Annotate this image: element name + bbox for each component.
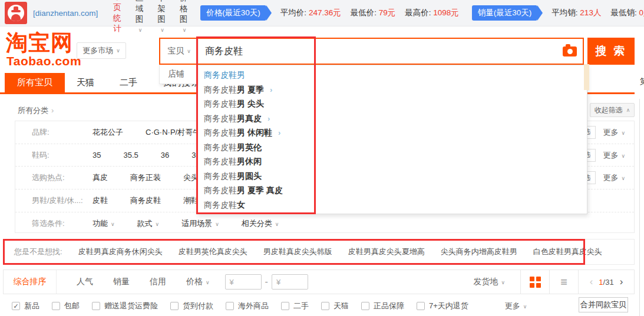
filter-dropdown[interactable]: 适用场景∨ (181, 218, 219, 229)
search-input[interactable] (199, 39, 557, 64)
range-dash: - (265, 277, 268, 287)
next-page-button[interactable]: › (620, 276, 623, 288)
checkbox-return-insurance[interactable]: 赠送退货运费险 (92, 301, 158, 311)
chevron-down-icon: ∨ (523, 304, 527, 310)
suggestion-item[interactable]: 商务皮鞋男圆头 (197, 169, 587, 184)
more-link[interactable]: 更多∨ (603, 127, 625, 138)
tab-tmall[interactable]: 天猫 (77, 73, 94, 92)
checkbox-7day-return[interactable]: 7+天内退货 (417, 301, 468, 311)
stats-toolbar: [dianzhentan.com] 本页统计 区域图∨ 下架图∨ 价格图∨ 价格… (0, 0, 644, 26)
checkbox-tmall[interactable]: 天猫 (321, 301, 349, 311)
filter-dropdown[interactable]: 款式∨ (137, 218, 160, 229)
suggestion-item[interactable]: 商务皮鞋男英伦 (197, 140, 587, 155)
ship-from-dropdown[interactable]: 发货地∨ (473, 277, 505, 287)
related-search-link[interactable]: 皮鞋男真皮商务休闲尖头 (78, 247, 163, 257)
filter-value[interactable]: 花花公子 (93, 127, 123, 138)
hotword-strip-fragment (584, 64, 589, 90)
region-chart-menu[interactable]: 区域图∨ (136, 0, 144, 34)
related-search-link[interactable]: 皮鞋男英伦真皮尖头 (179, 247, 247, 257)
checkbox-cod[interactable]: 货到付款 (170, 301, 213, 311)
grid-view-button[interactable] (520, 270, 549, 294)
filter-label: 鞋码: (15, 150, 93, 161)
related-search-link[interactable]: 男皮鞋真皮尖头韩版 (263, 247, 332, 257)
sort-comprehensive[interactable]: 综合排序 (4, 270, 57, 294)
tab-all-items[interactable]: 所有宝贝 (5, 73, 65, 92)
filter-dropdown[interactable]: 相关分类∨ (242, 218, 279, 229)
filter-value[interactable]: 真皮 (93, 172, 108, 183)
more-markets-dropdown[interactable]: 更多市场∨ (77, 42, 126, 59)
dianzhentan-logo-icon[interactable] (5, 2, 27, 24)
collapse-filters-button[interactable]: 收起筛选∧ (590, 103, 635, 117)
sort-sales[interactable]: 销量 (113, 277, 130, 287)
filter-value[interactable]: 皮鞋 (93, 195, 108, 206)
site-link[interactable]: [dianzhentan.com] (33, 9, 98, 18)
search-type-option-shop[interactable]: 店铺 (159, 65, 197, 84)
taobao-search-page: [dianzhentan.com] 本页统计 区域图∨ 下架图∨ 价格图∨ 价格… (0, 0, 644, 316)
filter-label: 品牌: (15, 127, 93, 138)
delist-chart-menu[interactable]: 下架图∨ (157, 0, 166, 34)
price-chart-menu[interactable]: 价格图∨ (180, 0, 188, 34)
suggestion-item[interactable]: 商务皮鞋男 (197, 68, 587, 82)
filter-value[interactable]: 商务皮鞋 (130, 195, 161, 206)
chevron-down-icon: ∨ (275, 221, 279, 227)
more-services-link[interactable]: 更多∨ (505, 301, 527, 311)
related-search-link[interactable]: 尖头商务内增高皮鞋男 (441, 247, 517, 257)
search-type-selector[interactable]: 宝贝∨ (160, 39, 199, 64)
price-min-input[interactable]: ¥ (225, 274, 262, 290)
checkbox-icon (361, 302, 369, 310)
checkbox-overseas[interactable]: 海外商品 (226, 301, 269, 311)
more-link[interactable]: 更多∨ (603, 150, 625, 161)
taobao-logo-cn[interactable]: 淘宝网 (6, 28, 73, 58)
checkbox-new-item[interactable]: ✓新品 (12, 301, 39, 311)
sort-price[interactable]: 价格∨ (186, 277, 210, 287)
list-icon: ≡ (560, 276, 567, 288)
suggestion-item[interactable]: 商务皮鞋男 夏季 真皮 (197, 183, 587, 198)
prev-page-button[interactable]: ‹ (590, 276, 593, 288)
suggestion-item[interactable]: 商务皮鞋男 夏季› (197, 82, 587, 97)
sales-30d-badge: 销量(最近30天) (472, 5, 538, 21)
page-stats-link[interactable]: 本页统计 (113, 0, 121, 34)
filter-label: 男鞋/皮鞋/休...: (15, 195, 93, 206)
chevron-down-icon: ∨ (206, 280, 210, 285)
chevron-down-icon: ∨ (621, 175, 625, 181)
filter-row-conditions: 筛选条件: 功能∨ 款式∨ 适用场景∨ 相关分类∨ (15, 212, 634, 235)
merge-same-items-button[interactable]: 合并同款宝贝 (579, 297, 628, 312)
search-box: 宝贝∨ (159, 38, 584, 65)
filter-value[interactable]: 35.5 (123, 151, 138, 159)
suggestion-item[interactable]: 商务皮鞋男休闲 (197, 154, 587, 169)
image-search-button[interactable] (557, 39, 583, 64)
related-searches-row: 您是不是想找: 皮鞋男真皮商务休闲尖头 皮鞋男英伦真皮尖头 男皮鞋真皮尖头韩版 … (3, 239, 635, 265)
price-max-input[interactable]: ¥ (272, 274, 308, 290)
more-link[interactable]: 更多∨ (603, 172, 625, 183)
filter-value[interactable]: 商务正装 (130, 172, 161, 183)
checkbox-authentic[interactable]: 正品保障 (361, 301, 404, 311)
checkbox-free-shipping[interactable]: 包邮 (52, 301, 80, 311)
related-search-link[interactable]: 皮鞋男真皮尖头夏增高 (348, 247, 425, 257)
pagination: ‹ 1/31 › (578, 270, 634, 294)
filter-label: 选购热点: (15, 172, 93, 183)
checkbox-icon (281, 302, 289, 310)
sort-popularity[interactable]: 人气 (77, 277, 93, 287)
avg-sales-stat: 平均销: 213人 (551, 8, 601, 18)
checkbox-secondhand[interactable]: 二手 (281, 301, 309, 311)
checkbox-icon (92, 302, 100, 310)
suggestion-item[interactable]: 商务皮鞋男真皮› (197, 111, 587, 126)
sort-credit[interactable]: 信用 (150, 277, 166, 287)
price-30d-badge: 价格(最近30天) (200, 5, 266, 21)
suggestion-item[interactable]: 商务皮鞋女 (197, 198, 587, 212)
service-filter-row: ✓新品 包邮 赠送退货运费险 货到付款 海外商品 二手 天猫 正品保障 7+天内… (3, 297, 635, 315)
search-button[interactable]: 搜 索 (587, 38, 635, 65)
suggestion-item[interactable]: 商务皮鞋男 休闲鞋› (197, 125, 587, 140)
related-search-link[interactable]: 白色皮鞋男真皮尖头 (533, 247, 602, 257)
suggestion-item[interactable]: 商务皮鞋男 尖头 (197, 97, 587, 111)
tab-secondhand[interactable]: 二手 (120, 73, 137, 92)
checkbox-icon (52, 302, 60, 310)
detective-icon (8, 5, 24, 21)
taobao-logo-en[interactable]: Taobao.com (6, 54, 81, 68)
sort-toolbar: 综合排序 人气 销量 信用 价格∨ ¥ - ¥ 发货地∨ ≡ ‹ 1/31 › (3, 270, 635, 294)
filter-value[interactable]: 35 (93, 151, 101, 159)
filter-value[interactable]: 36 (161, 151, 169, 159)
list-view-button[interactable]: ≡ (549, 270, 578, 294)
all-categories-link[interactable]: 所有分类› (18, 105, 54, 116)
filter-dropdown[interactable]: 功能∨ (93, 218, 115, 229)
